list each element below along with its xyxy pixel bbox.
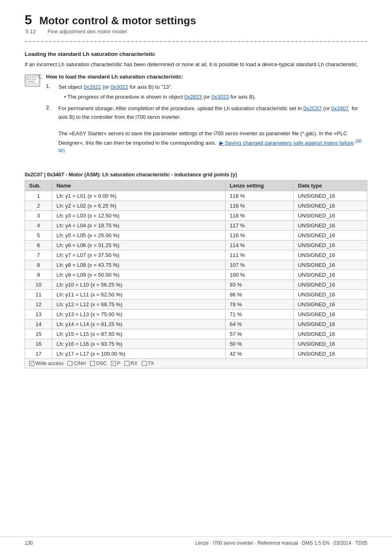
section-divider [25,41,367,42]
table-row: 7Lh: y7 = L07 (x = 37.50 %)111 %UNSIGNED… [25,250,367,260]
cell-lenze: 42 % [226,349,294,358]
svg-rect-5 [32,77,34,78]
table-row: 11Lh: y11 = L11 (x = 62.50 %)86 %UNSIGNE… [25,289,367,299]
cell-lenze: 117 % [226,220,294,230]
cell-name: Lh: y14 = L14 (x = 81.25 %) [52,319,226,329]
svg-rect-11 [28,81,35,82]
intro-text: If an incorrect Lh saturation characteri… [25,60,367,69]
cell-dtype: UNSIGNED_16 [294,230,367,240]
cell-sub: 9 [25,270,52,280]
svg-rect-7 [27,79,29,80]
cell-name: Lh: y10 = L10 (x = 56.25 %) [52,280,226,289]
checkbox-box[interactable]: ✓ [111,361,116,366]
cell-name: Lh: y13 = L13 (x = 75.00 %) [52,309,226,319]
checkbox-label: P [117,361,120,366]
subchapter-title: Fine adjustment des motor model [48,28,127,35]
cell-name: Lh: y7 = L07 (x = 37.50 %) [52,250,226,260]
table-row: 14Lh: y14 = L14 (x = 81.25 %)64 %UNSIGNE… [25,319,367,329]
cell-sub: 4 [25,220,52,230]
section-heading: Loading the standard Lh saturation chara… [25,51,367,57]
table-row: 6Lh: y6 = L06 (x = 31.25 %)114 %UNSIGNED… [25,240,367,250]
cell-lenze: 118 % [226,210,294,220]
cell-name: Lh: y8 = L08 (x = 43.75 %) [52,260,226,270]
svg-rect-4 [30,77,31,78]
step-1: 1. Set object 0x2822 (or 0x3022 for axis… [46,83,367,101]
table-footer-row: ✓Write accessCINHOSC✓PRXTX [25,358,367,368]
link-0x3023[interactable]: 0x3023 [211,94,229,100]
step-2-content: For permanent storage: After completion … [58,104,367,157]
step-1-bullets: The progress of the procedure is shown i… [64,93,256,101]
cell-dtype: UNSIGNED_16 [294,260,367,270]
subchapter-num: 5.12 [25,28,46,35]
table-label: 0x2C07 | 0x3407 - Motor (ASM): Lh satura… [25,172,367,178]
checkbox-box[interactable] [67,361,72,366]
cell-dtype: UNSIGNED_16 [294,220,367,230]
cell-sub: 12 [25,299,52,309]
link-0x2822[interactable]: 0x2822 [83,84,101,90]
step-1-content: Set object 0x2822 (or 0x3022 for axis B)… [58,83,256,101]
checkbox-row: ✓Write accessCINHOSC✓PRXTX [29,361,363,366]
cell-lenze: 118 % [226,191,294,201]
cell-sub: 13 [25,309,52,319]
link-0x3407[interactable]: 0x3407 [331,105,349,111]
cell-lenze: 78 % [226,299,294,309]
table-header-row: Sub. Name Lenze setting Data type [25,180,367,191]
link-0x2c07[interactable]: 0x2C07 [303,105,322,111]
link-0x2823[interactable]: 0x2823 [184,94,202,100]
checkbox-box[interactable]: ✓ [29,361,34,366]
saving-params-link[interactable]: Saving changed parameters safe against m… [219,140,354,146]
cell-lenze: 93 % [226,280,294,289]
step-1-bullet: The progress of the procedure is shown i… [64,93,256,101]
cell-lenze: 116 % [226,230,294,240]
cell-sub: 5 [25,230,52,240]
note-icon: ! [25,74,42,89]
cell-sub: 10 [25,280,52,289]
col-header-sub: Sub. [25,180,52,191]
svg-rect-6 [35,77,36,78]
table-row: 5Lh: y5 = L05 (x = 25.00 %)116 %UNSIGNED… [25,230,367,240]
cell-sub: 8 [25,260,52,270]
cell-name: Lh: y4 = L04 (x = 18.75 %) [52,220,226,230]
chapter-number: 5 [25,12,32,28]
cell-sub: 2 [25,201,52,210]
cell-dtype: UNSIGNED_16 [294,280,367,289]
checkbox-item-tx: TX [142,361,154,366]
checkbox-label: OSC [96,361,107,366]
link-0x3022[interactable]: 0x3022 [111,84,128,90]
note-content: How to load the standard Lh saturation c… [46,74,367,160]
checkbox-label: Write access [35,361,63,366]
cell-name: Lh: y1 = L01 (x = 0.00 %) [52,191,226,201]
cell-sub: 7 [25,250,52,260]
col-header-name: Name [52,180,226,191]
cell-dtype: UNSIGNED_16 [294,319,367,329]
table-row: 9Lh: y9 = L09 (x = 50.00 %)100 %UNSIGNED… [25,270,367,280]
cell-name: Lh: y2 = L02 (x = 6.25 %) [52,201,226,210]
step-1-num: 1. [46,83,58,89]
checkbox-label: RX [131,361,138,366]
checkbox-item-rx: RX [125,361,138,366]
cell-dtype: UNSIGNED_16 [294,289,367,299]
checkbox-box[interactable] [90,361,95,366]
cell-sub: 16 [25,339,52,349]
table-row: 3Lh: y3 = L03 (x = 12.50 %)118 %UNSIGNED… [25,210,367,220]
checkbox-box[interactable] [125,361,129,366]
cell-lenze: 57 % [226,329,294,339]
table-row: 4Lh: y4 = L04 (x = 18.75 %)117 %UNSIGNED… [25,220,367,230]
svg-rect-9 [32,79,34,80]
table-row: 8Lh: y8 = L08 (x = 43.75 %)107 %UNSIGNED… [25,260,367,270]
checkbox-item-write-access: ✓Write access [29,361,63,366]
cell-lenze: 100 % [226,270,294,280]
chapter-header: 5 Motor control & motor settings [25,12,367,28]
cell-dtype: UNSIGNED_16 [294,270,367,280]
table-row: 15Lh: y15 = L15 (x = 87.50 %)57 %UNSIGNE… [25,329,367,339]
checkbox-box[interactable] [142,361,147,366]
cell-sub: 1 [25,191,52,201]
col-header-lenze: Lenze setting [226,180,294,191]
cell-name: Lh: y5 = L05 (x = 25.00 %) [52,230,226,240]
cell-sub: 17 [25,349,52,358]
cell-dtype: UNSIGNED_16 [294,329,367,339]
table-row: 2Lh: y2 = L02 (x = 6.25 %)118 %UNSIGNED_… [25,201,367,210]
checkbox-label: TX [148,361,154,366]
table-row: 17Lh: y17 = L17 (x = 100.00 %)42 %UNSIGN… [25,349,367,358]
cell-sub: 11 [25,289,52,299]
